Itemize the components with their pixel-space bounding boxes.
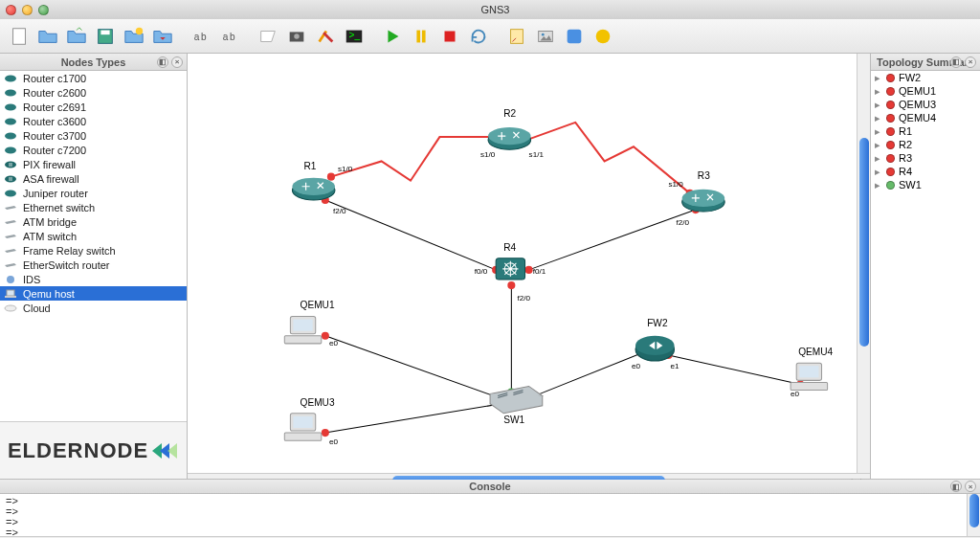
svg-point-21 <box>5 89 16 96</box>
svg-rect-13 <box>422 30 426 42</box>
console-output[interactable]: =>=>=>=> <box>0 494 980 536</box>
node-r1[interactable]: R1 <box>292 161 335 200</box>
node-type-item[interactable]: ATM switch <box>0 229 187 243</box>
svg-text:R2: R2 <box>503 108 516 119</box>
node-type-item[interactable]: IDS <box>0 272 187 286</box>
link-icon[interactable] <box>312 23 339 50</box>
svg-rect-18 <box>568 29 582 43</box>
toolbar: ab ab >_ <box>0 19 980 54</box>
panel-undock-icon[interactable]: ◧ <box>950 56 962 68</box>
svg-text:R4: R4 <box>503 242 516 253</box>
panel-close-icon[interactable]: × <box>965 56 976 68</box>
console-icon[interactable]: >_ <box>341 23 368 50</box>
status-dot <box>886 101 895 109</box>
panel-close-icon[interactable]: × <box>171 56 183 68</box>
svg-text:f2/0: f2/0 <box>333 207 346 215</box>
svg-point-54 <box>292 178 335 195</box>
node-type-item[interactable]: Router c3600 <box>0 114 187 128</box>
node-type-item[interactable]: PIX firewall <box>0 157 187 171</box>
show-labels-icon[interactable]: ab <box>188 23 214 50</box>
svg-text:s1/0: s1/0 <box>338 165 353 173</box>
rectangle-icon[interactable] <box>561 23 588 50</box>
topology-canvas[interactable]: R1 R2 R3 R4 SW1 QEMU1 QEMU3 QEMU4 FW2 s1… <box>188 54 857 473</box>
add-note-icon[interactable] <box>255 23 281 50</box>
svg-rect-27 <box>9 163 12 167</box>
svg-point-34 <box>5 305 16 311</box>
new-icon[interactable] <box>6 23 33 50</box>
svg-text:b: b <box>201 31 207 41</box>
panel-undock-icon[interactable]: ◧ <box>157 56 168 68</box>
snapshot-icon[interactable] <box>283 23 310 50</box>
summary-item[interactable]: ▸QEMU3 <box>871 98 980 111</box>
summary-item[interactable]: ▸R2 <box>871 138 980 151</box>
svg-text:f0/1: f0/1 <box>533 267 546 276</box>
summary-item[interactable]: ▸FW2 <box>871 71 980 84</box>
node-type-item[interactable]: Cloud <box>0 301 187 315</box>
svg-text:s1/1: s1/1 <box>529 150 545 159</box>
image-icon[interactable] <box>532 23 559 50</box>
nodes-types-list[interactable]: Router c1700Router c2600Router c2691Rout… <box>0 71 187 421</box>
reload-icon[interactable] <box>465 23 492 50</box>
summary-item[interactable]: ▸QEMU4 <box>871 111 980 124</box>
node-r2[interactable]: R2 <box>488 108 531 149</box>
svg-rect-33 <box>5 296 16 298</box>
canvas-vscroll[interactable] <box>857 54 870 473</box>
topology-summary-list[interactable]: ▸FW2▸QEMU1▸QEMU3▸QEMU4▸R1▸R2▸R3▸R4▸SW1 <box>871 71 980 479</box>
svg-rect-32 <box>7 290 14 296</box>
save-icon[interactable] <box>92 23 119 50</box>
window-title: GNS3 <box>11 4 980 15</box>
svg-point-20 <box>5 75 16 81</box>
node-type-item[interactable]: Router c7200 <box>0 143 187 157</box>
node-sw1[interactable]: SW1 <box>490 386 543 424</box>
console-vscroll[interactable] <box>967 494 980 536</box>
summary-panel-header: Topology Summary ◧× <box>871 54 980 71</box>
node-type-item[interactable]: Router c3700 <box>0 128 187 143</box>
node-type-item[interactable]: Juniper router <box>0 186 187 200</box>
node-type-item[interactable]: ASA firewall <box>0 171 187 186</box>
svg-point-31 <box>7 276 14 283</box>
node-type-item[interactable]: Frame Relay switch <box>0 243 187 258</box>
node-type-item[interactable]: ATM bridge <box>0 214 187 229</box>
stop-icon[interactable] <box>436 23 463 50</box>
svg-point-30 <box>5 190 16 196</box>
svg-text:e1: e1 <box>670 362 679 370</box>
export-icon[interactable] <box>149 23 176 50</box>
panel-undock-icon[interactable]: ◧ <box>950 481 962 492</box>
ellipse-icon[interactable] <box>590 23 616 50</box>
summary-item[interactable]: ▸SW1 <box>871 178 980 191</box>
summary-item[interactable]: ▸QEMU1 <box>871 84 980 98</box>
node-type-item[interactable]: Ethernet switch <box>0 200 187 214</box>
node-type-item[interactable]: Qemu host <box>0 286 187 301</box>
node-type-item[interactable]: Router c2600 <box>0 85 187 100</box>
svg-point-3 <box>136 27 143 34</box>
node-r4[interactable]: R4 <box>496 242 524 280</box>
summary-item[interactable]: ▸R3 <box>871 151 980 165</box>
svg-text:f0/0: f0/0 <box>475 267 488 276</box>
panel-close-icon[interactable]: × <box>965 481 976 492</box>
svg-text:SW1: SW1 <box>503 415 524 425</box>
canvas-hscroll[interactable]: ◂▸ <box>188 473 870 479</box>
pause-icon[interactable] <box>408 23 434 50</box>
svg-point-9 <box>294 34 300 39</box>
status-dot <box>886 181 895 190</box>
status-dot <box>886 87 895 96</box>
summary-item[interactable]: ▸R1 <box>871 124 980 138</box>
node-type-item[interactable]: Router c2691 <box>0 100 187 114</box>
play-icon[interactable] <box>379 23 406 50</box>
note-icon[interactable] <box>503 23 530 50</box>
node-type-item[interactable]: Router c1700 <box>0 71 187 85</box>
svg-text:s1/0: s1/0 <box>480 150 496 159</box>
node-qemu4[interactable]: QEMU4 <box>791 347 833 390</box>
summary-item[interactable]: ▸R4 <box>871 165 980 178</box>
open-icon[interactable] <box>34 23 61 50</box>
open-recent-icon[interactable] <box>63 23 90 50</box>
svg-point-35 <box>327 173 335 181</box>
svg-text:e0: e0 <box>329 339 339 347</box>
svg-rect-75 <box>799 366 818 377</box>
node-fw2[interactable]: FW2 <box>635 318 675 361</box>
hide-labels-icon[interactable]: ab <box>216 23 243 50</box>
save-as-icon[interactable] <box>121 23 147 50</box>
title-bar: GNS3 <box>0 0 980 19</box>
watermark-logo: ELDERNODE <box>0 421 187 479</box>
node-type-item[interactable]: EtherSwitch router <box>0 258 187 272</box>
